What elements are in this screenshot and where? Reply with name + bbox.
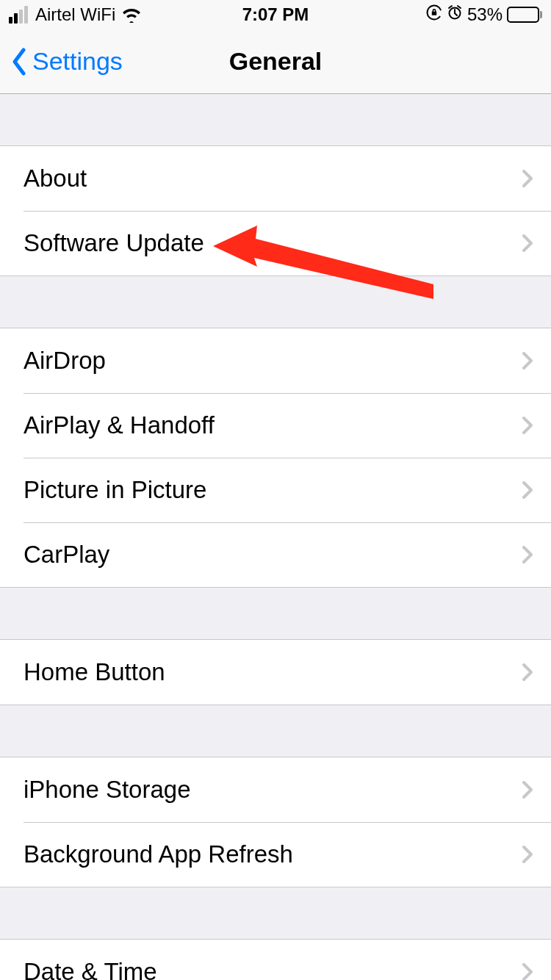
row-background-app-refresh[interactable]: Background App Refresh	[0, 822, 551, 887]
section-datetime: Date & Time	[0, 939, 551, 980]
row-label: AirDrop	[24, 347, 522, 375]
cell-signal-icon	[9, 6, 28, 24]
status-bar: Airtel WiFi 7:07 PM 53%	[0, 0, 551, 29]
section-connectivity: AirDrop AirPlay & Handoff Picture in Pic…	[0, 328, 551, 588]
row-label: CarPlay	[24, 541, 522, 569]
row-picture-in-picture[interactable]: Picture in Picture	[0, 458, 551, 522]
row-label: Picture in Picture	[24, 476, 522, 504]
row-software-update[interactable]: Software Update	[0, 211, 551, 275]
status-right: 53%	[426, 4, 542, 25]
chevron-left-icon	[10, 47, 28, 76]
content-scroll[interactable]: About Software Update AirDrop AirPlay & …	[0, 94, 551, 980]
chevron-right-icon	[522, 779, 533, 800]
carrier-label: Airtel WiFi	[35, 4, 115, 25]
battery-percent: 53%	[467, 4, 503, 25]
chevron-right-icon	[522, 544, 533, 565]
section-homebutton: Home Button	[0, 639, 551, 705]
row-label: iPhone Storage	[24, 776, 522, 804]
row-date-time[interactable]: Date & Time	[0, 940, 551, 980]
alarm-icon	[447, 4, 463, 25]
chevron-right-icon	[522, 168, 533, 189]
section-storage: iPhone Storage Background App Refresh	[0, 757, 551, 887]
chevron-right-icon	[522, 844, 533, 865]
row-label: Date & Time	[24, 958, 522, 980]
chevron-right-icon	[522, 415, 533, 436]
row-airdrop[interactable]: AirDrop	[0, 328, 551, 393]
page-title: General	[229, 47, 323, 76]
wifi-icon	[121, 7, 142, 23]
row-label: AirPlay & Handoff	[24, 411, 522, 439]
row-iphone-storage[interactable]: iPhone Storage	[0, 757, 551, 822]
chevron-right-icon	[522, 233, 533, 253]
nav-bar: Settings General	[0, 29, 551, 94]
row-label: Background App Refresh	[24, 840, 522, 868]
row-about[interactable]: About	[0, 146, 551, 211]
row-label: About	[24, 165, 522, 192]
status-time: 7:07 PM	[242, 4, 309, 25]
row-airplay-handoff[interactable]: AirPlay & Handoff	[0, 393, 551, 458]
row-label: Software Update	[24, 229, 522, 257]
section-system-info: About Software Update	[0, 145, 551, 276]
back-label: Settings	[32, 47, 123, 76]
orientation-lock-icon	[426, 4, 442, 25]
status-left: Airtel WiFi	[9, 4, 142, 25]
row-carplay[interactable]: CarPlay	[0, 522, 551, 587]
chevron-right-icon	[522, 662, 533, 682]
chevron-right-icon	[522, 962, 533, 980]
chevron-right-icon	[522, 480, 533, 500]
row-label: Home Button	[24, 658, 522, 686]
row-home-button[interactable]: Home Button	[0, 640, 551, 705]
back-button[interactable]: Settings	[10, 47, 123, 76]
chevron-right-icon	[522, 350, 533, 371]
battery-icon	[507, 7, 542, 23]
